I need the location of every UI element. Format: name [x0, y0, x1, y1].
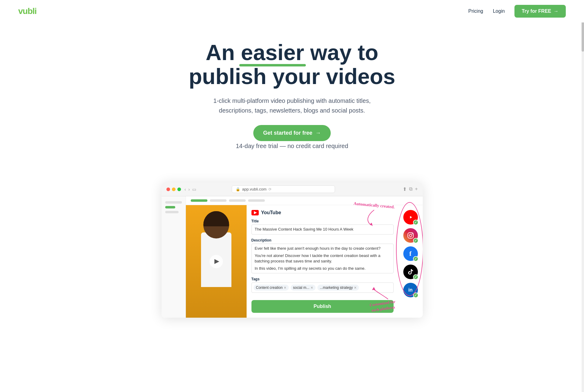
sidebar-bar-2 [165, 211, 179, 213]
tag-content-creation[interactable]: Content creation × [254, 285, 289, 291]
browser-titlebar: ‹ › ▭ 🔒 app.vubli.com ⟳ ⬆ ⧉ + [162, 182, 423, 196]
svg-point-4 [412, 233, 413, 234]
title-input[interactable]: The Massive Content Hack Saving Me 10 Ho… [251, 225, 394, 234]
hero-headline: An easier way to publish your videos [171, 41, 414, 89]
platform-instagram[interactable]: ✓ [403, 228, 418, 243]
publish-button[interactable]: Publish [251, 300, 394, 313]
new-tab-icon[interactable]: + [415, 186, 418, 192]
desc-line-1: Ever felt like there just aren't enough … [255, 246, 390, 251]
login-link[interactable]: Login [493, 8, 505, 14]
video-thumbnail [186, 205, 247, 318]
tab-inactive-1[interactable] [210, 199, 227, 202]
platform-youtube[interactable]: ✓ [403, 210, 418, 225]
maximize-dot[interactable] [177, 188, 181, 191]
platform-header: YouTube [251, 210, 394, 215]
description-field-group: Description Ever felt like there just ar… [251, 238, 394, 274]
instagram-check: ✓ [413, 238, 418, 243]
remove-tag-2[interactable]: × [311, 285, 313, 290]
minimize-dot[interactable] [172, 188, 176, 191]
tags-input[interactable]: Content creation × social m... × ...mark… [251, 282, 394, 293]
video-play-button[interactable] [210, 255, 223, 268]
youtube-check: ✓ [413, 220, 418, 225]
logo[interactable]: vubli [18, 6, 36, 16]
get-started-button[interactable]: Get started for free → [253, 125, 330, 141]
video-form-area: YouTube Title The Massive Content Hack S… [247, 205, 398, 318]
tab-inactive-2[interactable] [229, 199, 246, 202]
share-icon[interactable]: ⬆ [403, 186, 407, 192]
app-main-content: YouTube Title The Massive Content Hack S… [186, 196, 423, 318]
tags-label: Tags [251, 277, 394, 281]
platform-name: YouTube [261, 210, 281, 215]
remove-tag-3[interactable]: × [354, 285, 357, 290]
lock-icon: 🔒 [236, 187, 240, 191]
duplicate-icon[interactable]: ⧉ [409, 186, 412, 192]
platform-tabs-row [186, 196, 423, 205]
tags-field-group: Tags Content creation × social m... × [251, 277, 394, 293]
app-content-area: YouTube Title The Massive Content Hack S… [162, 196, 423, 318]
tab-active-1[interactable] [191, 199, 207, 202]
nav-links: Pricing Login Try for FREE → [468, 5, 566, 18]
navigation: vubli Pricing Login Try for FREE → [0, 0, 584, 22]
youtube-icon [251, 210, 259, 215]
headline-underline-word: easier [241, 41, 304, 65]
platform-tiktok[interactable]: ✓ [403, 265, 418, 279]
browser-back-forward: ‹ › ▭ [185, 187, 196, 192]
svg-point-3 [409, 234, 412, 237]
browser-window-controls [166, 188, 181, 191]
view-icon: ▭ [192, 187, 196, 192]
refresh-icon: ⟳ [268, 187, 272, 191]
platform-linkedin[interactable]: in ✓ [403, 283, 418, 297]
sidebar-bar-1 [165, 201, 182, 204]
browser-action-buttons: ⬆ ⧉ + [403, 186, 418, 192]
description-input[interactable]: Ever felt like there just aren't enough … [251, 244, 394, 274]
hero-subtext: 1-click multi-platform video publishing … [207, 96, 377, 115]
desc-line-2: You're not alone! Discover how I tackle … [255, 253, 390, 264]
forward-icon[interactable]: › [188, 187, 190, 192]
address-bar[interactable]: 🔒 app.vubli.com ⟳ [232, 185, 335, 193]
tiktok-check: ✓ [413, 274, 418, 280]
trial-note: 14-day free trial — no credit card requi… [207, 141, 377, 151]
tab-inactive-3[interactable] [248, 199, 265, 202]
title-label: Title [251, 219, 394, 223]
tag-social[interactable]: social m... × [291, 285, 316, 291]
hero-section: An easier way to publish your videos 1-c… [0, 22, 584, 173]
app-sidebar [162, 196, 186, 318]
browser-mockup: ‹ › ▭ 🔒 app.vubli.com ⟳ ⬆ ⧉ + [162, 182, 423, 318]
url-text: app.vubli.com [242, 187, 266, 191]
description-label: Description [251, 238, 394, 242]
viewport-scrollbar[interactable] [582, 0, 584, 336]
facebook-check: ✓ [413, 256, 418, 262]
app-body: YouTube Title The Massive Content Hack S… [186, 205, 423, 318]
desc-line-3: In this video, I'm spilling all my secre… [255, 266, 390, 271]
try-free-button[interactable]: Try for FREE → [514, 5, 566, 18]
title-field-group: Title The Massive Content Hack Saving Me… [251, 219, 394, 234]
pricing-link[interactable]: Pricing [468, 8, 483, 14]
platform-facebook[interactable]: f ✓ [403, 246, 418, 261]
remove-tag-1[interactable]: × [284, 285, 286, 290]
close-dot[interactable] [166, 188, 170, 191]
platform-icons-list: ✓ ✓ f ✓ [398, 205, 423, 318]
tag-marketing[interactable]: ...marketing strategy × [317, 285, 359, 291]
sidebar-bar-active [165, 206, 175, 208]
linkedin-check: ✓ [413, 292, 418, 298]
back-icon[interactable]: ‹ [185, 187, 186, 192]
